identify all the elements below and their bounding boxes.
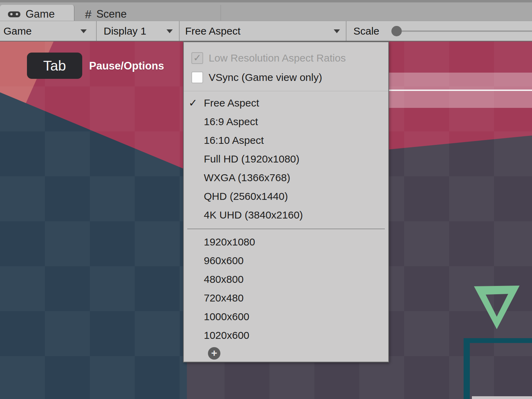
menu-item-label: 16:10 Aspect — [204, 134, 264, 146]
aspect-ratio-menu: ✓ Low Resolution Aspect Ratios VSync (Ga… — [183, 41, 389, 362]
add-resolution-row: + — [208, 347, 388, 360]
display-dropdown[interactable]: Display 1 — [97, 21, 180, 41]
menu-item-free-aspect[interactable]: ✓ Free Aspect — [184, 94, 388, 112]
menu-section-divider — [184, 91, 388, 91]
checkbox-unchecked-icon[interactable] — [191, 72, 203, 83]
menu-item-960x600[interactable]: 960x600 — [184, 251, 388, 270]
menu-item-label: 1000x600 — [204, 311, 249, 322]
plus-icon: + — [211, 348, 217, 358]
scale-slider-track[interactable] — [402, 30, 532, 32]
menu-item-qhd[interactable]: QHD (2560x1440) — [184, 187, 388, 206]
display-dropdown-label: Display 1 — [104, 25, 146, 37]
chevron-down-icon — [334, 29, 340, 33]
menu-item-label: Low Resolution Aspect Ratios — [209, 52, 346, 64]
menu-item-720x480[interactable]: 720x480 — [184, 289, 388, 307]
menu-item-16-10-aspect[interactable]: 16:10 Aspect — [184, 131, 388, 150]
checkbox-checked-icon[interactable]: ✓ — [191, 52, 203, 64]
menu-item-wxga[interactable]: WXGA (1366x768) — [184, 168, 388, 187]
scene-translucent-band — [389, 73, 532, 90]
menu-item-label: VSync (Game view only) — [209, 72, 322, 83]
menu-item-label: 480x800 — [204, 273, 244, 285]
menu-item-1000x600[interactable]: 1000x600 — [184, 307, 388, 326]
teal-outline-box — [464, 338, 532, 399]
scale-label: Scale — [353, 25, 379, 37]
grid-hash-icon: # — [85, 8, 92, 20]
menu-item-low-resolution-aspect-ratios[interactable]: ✓ Low Resolution Aspect Ratios — [184, 48, 388, 68]
menu-item-label: 16:9 Aspect — [204, 116, 258, 127]
game-mode-dropdown-label: Game — [3, 25, 32, 37]
menu-item-480x800[interactable]: 480x800 — [184, 270, 388, 289]
menu-item-label: Full HD (1920x1080) — [204, 153, 300, 165]
tab-strip: Game # Scene — [0, 0, 532, 21]
unity-game-view-window: Game # Scene Game Display 1 Free Aspect … — [0, 0, 532, 399]
tab-game-label: Game — [26, 8, 55, 20]
menu-item-1020x600[interactable]: 1020x600 — [184, 326, 388, 345]
aspect-ratio-dropdown[interactable]: Free Aspect — [180, 21, 346, 41]
game-mode-dropdown[interactable]: Game — [0, 21, 97, 41]
tab-keycap-label: Tab — [43, 58, 66, 74]
tab-scene-label: Scene — [96, 8, 127, 20]
aspect-ratio-dropdown-label: Free Aspect — [185, 25, 240, 37]
pause-options-label: Pause/Options — [89, 60, 164, 72]
menu-item-label: Free Aspect — [204, 97, 259, 109]
menu-item-16-9-aspect[interactable]: 16:9 Aspect — [184, 112, 388, 131]
tab-keycap-hint: Tab — [27, 53, 82, 79]
menu-item-full-hd[interactable]: Full HD (1920x1080) — [184, 150, 388, 168]
menu-separator — [187, 229, 385, 229]
menu-item-label: WXGA (1366x768) — [204, 172, 290, 183]
menu-item-label: QHD (2560x1440) — [204, 191, 288, 202]
scale-slider-knob[interactable] — [391, 26, 402, 36]
gamepad-icon — [8, 10, 21, 18]
game-view-toolbar: Game Display 1 Free Aspect Scale — [0, 21, 532, 41]
menu-item-label: 4K UHD (3840x2160) — [204, 209, 303, 221]
menu-item-1920x1080[interactable]: 1920x1080 — [184, 233, 388, 251]
add-resolution-button[interactable]: + — [208, 347, 220, 360]
chevron-down-icon — [167, 29, 173, 33]
menu-item-label: 960x600 — [204, 255, 244, 266]
check-icon: ✓ — [189, 94, 197, 112]
bottom-light-bar — [472, 396, 532, 399]
menu-item-label: 1020x600 — [204, 330, 249, 341]
menu-item-vsync[interactable]: VSync (Game view only) — [184, 68, 388, 87]
menu-item-label: 1920x1080 — [204, 236, 255, 248]
menu-item-4k-uhd[interactable]: 4K UHD (3840x2160) — [184, 206, 388, 224]
menu-item-label: 720x480 — [204, 292, 244, 304]
chevron-down-icon — [80, 29, 87, 33]
scene-translucent-band — [389, 91, 532, 108]
scale-control: Scale — [346, 21, 532, 41]
green-triangle-icon — [473, 284, 521, 331]
